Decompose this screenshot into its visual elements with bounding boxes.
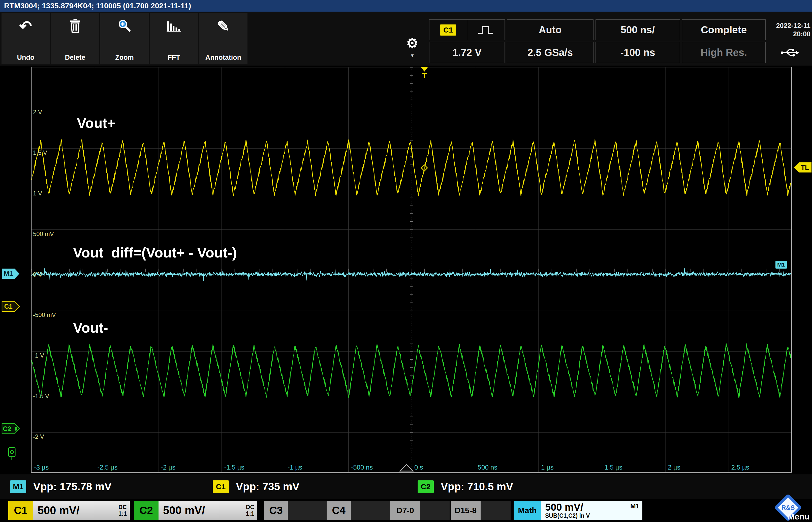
settings-button[interactable]: ⚙ ▾	[403, 36, 421, 59]
x-axis-label: -500 ns	[351, 463, 373, 471]
y-axis-label: -1.5 V	[33, 393, 49, 400]
fft-icon	[166, 18, 182, 32]
channel-c3-settings[interactable]	[288, 501, 327, 520]
c2-measurement-badge[interactable]: C2	[418, 480, 434, 493]
math-settings[interactable]: 500 mV/ SUB(C1,C2) in V M1	[541, 501, 642, 520]
usb-cell	[768, 42, 812, 63]
c1-measurement-value: Vpp: 735 mV	[236, 480, 299, 493]
channel-c4-button[interactable]: C4	[327, 501, 351, 520]
y-axis-label: -1 V	[33, 352, 44, 359]
channel-c2-settings[interactable]: 500 mV/ DC 1:1	[159, 501, 257, 520]
annotation-vout-diff[interactable]: Vout_diff=(Vout+ - Vout-)	[73, 244, 237, 261]
delete-button[interactable]: Delete	[51, 13, 99, 64]
svg-text:C2: C2	[3, 425, 11, 433]
m1-marker-tag[interactable]: M1	[1, 268, 20, 279]
channel-c1-settings[interactable]: 500 mV/ DC 1:1	[33, 501, 130, 520]
y-axis-label: -2 V	[33, 433, 44, 440]
device-id-text: RTM3004; 1335.8794K04; 110005 (01.700 20…	[4, 1, 191, 10]
c2-scale: 500 mV/	[163, 504, 205, 517]
annotation-vout-plus[interactable]: Vout+	[77, 115, 116, 131]
m1-measurement-value: Vpp: 175.78 mV	[33, 480, 111, 493]
m1-trace-label: M1	[775, 261, 787, 268]
time-text: 20:00	[793, 30, 811, 38]
horizontal-position-cell[interactable]: -100 ns	[596, 42, 680, 63]
undo-button[interactable]: ↶ Undo	[1, 13, 50, 64]
annotation-vout-minus[interactable]: Vout-	[73, 320, 108, 336]
y-axis-label: 1 V	[33, 190, 42, 197]
channel-c1-button[interactable]: C1	[8, 501, 33, 520]
digital-d15-8-button[interactable]: D15-8	[451, 501, 481, 520]
c1-marker-tag[interactable]: C1	[1, 301, 20, 312]
display-area: 2 V1.5 V1 V500 mV0 V-500 mV-1 V-1.5 V-2 …	[0, 65, 812, 474]
c2-coupling: DC	[246, 504, 254, 510]
fft-button[interactable]: FFT	[150, 13, 198, 64]
x-axis-label: -2.5 µs	[98, 463, 118, 471]
channel-c4-settings[interactable]	[351, 501, 391, 520]
trigger-source-badge[interactable]: C1	[440, 24, 456, 36]
toolbar: ↶ Undo Delete Zoom FFT	[0, 12, 812, 65]
digital-d15-8-settings[interactable]	[481, 501, 511, 520]
x-axis-label: 1.5 µs	[605, 463, 623, 471]
y-axis-label: 2 V	[33, 109, 42, 116]
trigger-slope-half[interactable]	[467, 20, 505, 40]
trigger-level-cell[interactable]: 1.72 V	[429, 42, 505, 63]
sample-rate-cell[interactable]: 2.5 GSa/s	[507, 42, 594, 63]
rs-logo-text: R&S	[782, 504, 795, 511]
math-button[interactable]: Math	[514, 501, 541, 520]
m1-measurement-badge[interactable]: M1	[10, 480, 26, 493]
digital-d7-0-settings[interactable]	[420, 501, 450, 520]
timebase-cell[interactable]: 500 ns/	[596, 19, 680, 40]
trigger-position-marker[interactable]: T	[420, 67, 429, 79]
y-axis-label: 1.5 V	[33, 149, 47, 156]
math-ref-label: M1	[630, 502, 639, 510]
c2-probe-ratio: 1:1	[246, 510, 254, 517]
graticule	[32, 67, 792, 473]
math-scale: 500 mV/	[545, 502, 583, 513]
y-axis-label: -500 mV	[33, 312, 56, 319]
c1-probe-ratio: 1:1	[119, 510, 127, 517]
y-axis-label: 500 mV	[33, 230, 54, 238]
c2-marker-tag[interactable]: C2 ⇕	[1, 423, 20, 435]
undo-label: Undo	[17, 54, 35, 62]
zoom-button[interactable]: Zoom	[100, 13, 149, 64]
delete-label: Delete	[65, 54, 85, 62]
date-text: 2022-12-11	[776, 22, 811, 30]
c1-trace-vout-plus	[32, 139, 792, 197]
decimation-cell[interactable]: High Res.	[682, 42, 766, 63]
trigger-source-cell[interactable]: C1	[429, 19, 505, 40]
waveform-plot	[32, 67, 792, 473]
svg-text:M1: M1	[4, 270, 13, 277]
annotation-label: Annotation	[205, 54, 241, 62]
annotation-button[interactable]: ✎ Annotation	[199, 13, 248, 64]
channel-c2-button[interactable]: C2	[134, 501, 159, 520]
menu-button[interactable]: Menu	[788, 512, 810, 522]
acquisition-state-cell[interactable]: Complete	[682, 19, 766, 40]
usb-icon	[779, 47, 801, 59]
x-axis-label: 0 s	[414, 463, 423, 471]
chevron-down-icon: ▾	[403, 52, 421, 59]
c1-measurement-badge[interactable]: C1	[213, 480, 229, 493]
trigger-source-half[interactable]: C1	[430, 20, 467, 40]
channel-bar: C1 500 mV/ DC 1:1 C2 500 mV/ DC 1:1 C3 C…	[0, 499, 812, 522]
svg-text:TL: TL	[801, 164, 809, 171]
digital-d7-0-button[interactable]: D7-0	[390, 501, 420, 520]
pencil-icon: ✎	[217, 18, 230, 35]
trigger-level-tag[interactable]: TL	[793, 162, 812, 173]
svg-text:C1: C1	[4, 303, 12, 310]
x-axis-label: 500 ns	[478, 463, 498, 471]
trigger-time-reference-icon[interactable]	[399, 464, 414, 472]
zoom-icon	[117, 18, 132, 34]
x-axis-label: -1 µs	[288, 463, 302, 471]
y-axis-label: 0 V	[33, 271, 42, 278]
c2-probe-icon[interactable]	[7, 447, 17, 461]
x-axis-label: 2.5 µs	[731, 463, 749, 471]
svg-text:⇕: ⇕	[14, 426, 18, 432]
x-axis-label: 1 µs	[541, 463, 554, 471]
oscilloscope-screen[interactable]: 2 V1.5 V1 V500 mV0 V-500 mV-1 V-1.5 V-2 …	[31, 67, 792, 473]
channel-c3-button[interactable]: C3	[264, 501, 288, 520]
title-bar: RTM3004; 1335.8794K04; 110005 (01.700 20…	[0, 0, 812, 12]
trigger-slope-icon	[477, 24, 495, 36]
trigger-mode-cell[interactable]: Auto	[507, 19, 594, 40]
x-axis-label: 2 µs	[668, 463, 681, 471]
status-grid: C1 Auto 500 ns/ Complete 2022-12-11 20:0…	[429, 19, 812, 63]
